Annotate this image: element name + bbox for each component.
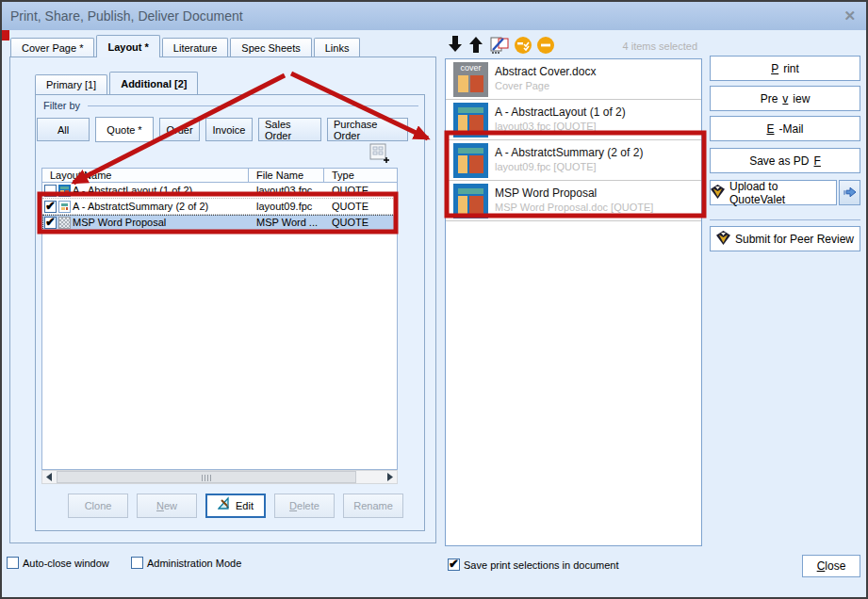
layout-type: QUOTE [324,201,397,212]
column-header-file-name[interactable]: File Name [249,169,324,182]
cover-page-icon: cover [453,62,488,97]
move-up-icon[interactable] [468,36,487,55]
scrollbar-thumb[interactable] [57,471,356,483]
tab-links[interactable]: Links [314,38,361,57]
window-title: Print, Share, Publish, Deliver Document [10,8,243,24]
layout-thumbnail-icon [453,103,488,138]
edit-selection-list-icon[interactable] [490,36,509,55]
quotevalet-icon [711,185,725,202]
layout-table-header: Layout Name File Name Type [42,169,397,183]
filter-purchase-order-button[interactable]: Purchase Order [327,118,408,141]
row-checkbox[interactable]: ✔ [44,217,57,229]
item-subtitle: layout09.fpc [QUOTE] [495,161,597,172]
layout-thumbnail-icon [453,184,488,219]
filter-group-rule [88,105,418,106]
file-name: MSP Word ... [249,217,324,228]
item-subtitle: MSP Word Proposal.doc [QUOTE] [495,202,653,213]
item-subtitle: Cover Page [495,80,549,91]
close-button[interactable]: Close [802,555,860,577]
layout-tab-page: Primary [1] Additional [2] Filter by All… [9,57,436,543]
layout-type: QUOTE [324,185,397,196]
item-subtitle: layout03.fpc [QUOTE] [495,121,597,132]
scroll-right-icon[interactable] [383,471,397,483]
save-print-selections-label: Save print selections in document [464,559,618,571]
table-row[interactable]: ✔ A - AbstratctSummary (2 of 2) layout09… [42,199,397,215]
selected-documents-list: cover Abstract Cover.docx Cover Page A -… [445,58,702,546]
administration-mode-label: Administration Mode [147,558,241,569]
save-as-pdf-button[interactable]: Save as PDF [710,148,860,173]
main-tab-strip: Cover Page * Layout * Literature Spec Sh… [10,35,362,57]
preview-button[interactable]: Preview [710,86,860,111]
rename-button[interactable]: Rename [343,494,403,518]
submit-for-peer-review-button[interactable]: Submit for Peer Review [710,226,860,251]
filter-sales-order-button[interactable]: Sales Order [258,118,321,141]
move-down-icon[interactable] [448,36,467,55]
tab-additional[interactable]: Additional [2] [109,72,198,94]
filter-quote-button[interactable]: Quote * [95,117,154,142]
remove-item-icon[interactable] [536,36,555,55]
file-name: layout09.fpc [249,201,324,212]
new-button[interactable]: New [137,494,197,518]
list-item[interactable]: A - AbstratctSummary (2 of 2) layout09.f… [446,140,701,181]
layout-thumbnail-icon [58,201,71,213]
item-title: A - AbstractLayout (1 of 2) [495,105,626,119]
column-picker-icon[interactable] [369,143,389,163]
quotevalet-icon [716,231,730,248]
title-bar: Print, Share, Publish, Deliver Document … [2,2,866,30]
column-header-layout-name[interactable]: Layout Name [42,169,249,182]
item-title: A - AbstratctSummary (2 of 2) [495,146,643,159]
save-print-selections-checkbox[interactable]: ✔ Save print selections in document [448,559,618,571]
layout-thumbnail-icon [453,143,488,178]
button-separator [710,219,860,220]
table-row[interactable]: A - AbstractLayout (1 of 2) layout03.fpc… [42,183,397,199]
auto-close-label: Auto-close window [23,558,109,569]
upload-to-quotevalet-button[interactable]: Upload to QuoteValet [710,180,837,205]
layout-name: MSP Word Proposal [73,217,166,228]
tab-cover-page[interactable]: Cover Page * [10,38,94,57]
window-close-icon[interactable]: ✕ [843,2,856,30]
table-row-selected[interactable]: ✔ MSP Word Proposal MSP Word ... QUOTE [42,215,397,231]
annotation-marker [2,30,9,40]
tab-literature[interactable]: Literature [162,38,228,57]
layout-name: A - AbstractLayout (1 of 2) [73,185,192,196]
scroll-left-icon[interactable] [42,471,57,483]
administration-mode-checkbox[interactable]: Administration Mode [131,557,241,569]
items-selected-status: 4 items selected [623,40,697,52]
tab-primary[interactable]: Primary [1] [35,74,107,94]
layout-thumbnail-icon [58,185,71,197]
sub-tab-strip: Primary [1] Additional [2] [35,72,200,94]
column-header-type[interactable]: Type [324,169,397,182]
clone-button[interactable]: Clone [68,494,128,518]
print-button[interactable]: Print [710,56,860,81]
row-checkbox[interactable] [44,185,57,197]
filter-all-button[interactable]: All [37,118,90,141]
uncheck-all-icon[interactable] [514,36,532,55]
list-item[interactable]: MSP Word Proposal MSP Word Proposal.doc … [446,181,701,221]
print-share-dialog: Print, Share, Publish, Deliver Document … [0,0,868,599]
edit-icon [218,495,232,516]
tab-layout[interactable]: Layout * [96,35,159,57]
edit-button[interactable]: Edit [205,494,266,518]
word-doc-icon [58,217,71,229]
item-title: Abstract Cover.docx [495,65,596,78]
list-item[interactable]: cover Abstract Cover.docx Cover Page [446,59,701,100]
layout-table: Layout Name File Name Type A - AbstractL… [41,168,398,470]
upload-options-arrow-button[interactable] [839,180,860,205]
filter-button-row: All Quote * Order Invoice Sales Order Pu… [37,118,408,142]
delete-button[interactable]: Delete [274,494,335,518]
item-title: MSP Word Proposal [495,186,597,200]
layout-name: A - AbstratctSummary (2 of 2) [73,201,208,212]
filter-order-button[interactable]: Order [159,118,200,141]
filter-invoice-button[interactable]: Invoice [205,118,253,141]
layout-type: QUOTE [324,217,397,228]
auto-close-checkbox[interactable]: Auto-close window [7,557,109,569]
tab-spec-sheets[interactable]: Spec Sheets [230,38,311,57]
additional-tab-page: Filter by All Quote * Order Invoice Sale… [35,94,425,531]
email-button[interactable]: E-Mail [710,116,860,141]
list-item[interactable]: A - AbstractLayout (1 of 2) layout03.fpc… [446,100,701,140]
horizontal-scrollbar[interactable] [41,470,398,484]
filter-group-label: Filter by [43,100,80,111]
row-checkbox[interactable]: ✔ [44,201,57,213]
file-name: layout03.fpc [249,185,324,196]
